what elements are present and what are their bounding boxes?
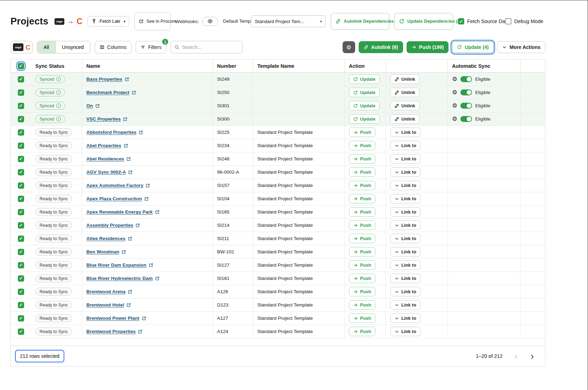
row-checkbox[interactable]: ✓: [18, 89, 24, 96]
fetch-latest-data-button[interactable]: Fetch Latest Data: [88, 16, 120, 26]
update-row-button[interactable]: Update: [349, 101, 380, 110]
push-row-button[interactable]: Push: [349, 287, 375, 296]
info-icon[interactable]: i: [56, 77, 61, 81]
project-name-link[interactable]: Apex Plaza Construction: [86, 196, 149, 201]
scope-unsynced-tab[interactable]: Unsynced: [55, 41, 90, 53]
row-checkbox[interactable]: ✓: [18, 156, 24, 162]
webhooks-visibility-button[interactable]: [202, 17, 218, 26]
link-to-row-button[interactable]: Link to: [390, 287, 421, 296]
project-name-link[interactable]: Blue River Dam Expansion: [86, 262, 153, 268]
push-row-button[interactable]: Push: [349, 313, 375, 323]
push-row-button[interactable]: Push: [349, 300, 375, 310]
gear-icon[interactable]: ⚙: [452, 116, 457, 122]
row-checkbox[interactable]: ✓: [18, 182, 24, 189]
settings-gear-button[interactable]: ⚙: [343, 41, 355, 53]
link-to-row-button[interactable]: Link to: [390, 128, 421, 137]
push-row-button[interactable]: Push: [349, 221, 375, 230]
auto-sync-toggle[interactable]: [460, 76, 472, 82]
project-name-link[interactable]: Apex Renewable Energy Park: [86, 209, 160, 215]
debug-mode-checkbox[interactable]: Debug Mode: [505, 18, 543, 24]
project-name-link[interactable]: Abbotsford Properties: [86, 130, 143, 135]
push-row-button[interactable]: Push: [349, 141, 375, 150]
row-checkbox[interactable]: ✓: [18, 236, 24, 242]
push-row-button[interactable]: Push: [349, 274, 375, 283]
gear-icon[interactable]: ⚙: [452, 76, 457, 82]
push-row-button[interactable]: Push: [349, 194, 375, 203]
link-to-row-button[interactable]: Link to: [390, 141, 421, 150]
info-icon[interactable]: i: [56, 117, 61, 121]
autolink-button[interactable]: Autolink (9): [359, 41, 403, 53]
row-checkbox[interactable]: ✓: [18, 143, 24, 149]
info-icon[interactable]: i: [56, 103, 61, 108]
link-to-row-button[interactable]: Link to: [390, 313, 421, 323]
row-checkbox[interactable]: ✓: [18, 249, 24, 255]
gear-icon[interactable]: ⚙: [452, 103, 457, 109]
source-target-toggle[interactable]: sage C: [10, 41, 33, 53]
project-name-link[interactable]: Brentwood Hotel: [86, 302, 131, 308]
link-to-row-button[interactable]: Link to: [390, 194, 421, 203]
link-to-row-button[interactable]: Link to: [390, 167, 421, 177]
select-all-checkbox[interactable]: ✓: [18, 63, 24, 69]
fetch-latest-dropdown-button[interactable]: ▾: [120, 16, 129, 26]
project-name-link[interactable]: Atlee Residences: [86, 236, 132, 241]
previous-page-button[interactable]: ‹: [513, 352, 519, 361]
link-to-row-button[interactable]: Link to: [390, 221, 421, 230]
link-to-row-button[interactable]: Link to: [390, 207, 421, 217]
more-actions-button[interactable]: More Actions: [497, 41, 545, 53]
row-checkbox[interactable]: ✓: [18, 275, 24, 282]
next-page-button[interactable]: ›: [529, 352, 535, 361]
row-checkbox[interactable]: ✓: [18, 103, 24, 109]
update-dependencies-button[interactable]: Update Dependencies (4): [394, 13, 453, 30]
scope-all-tab[interactable]: All: [37, 41, 56, 53]
project-name-link[interactable]: VSC Properties: [86, 116, 128, 122]
auto-sync-toggle[interactable]: [460, 116, 472, 122]
row-checkbox[interactable]: ✓: [18, 315, 24, 322]
filters-button[interactable]: Filters 1: [136, 41, 166, 53]
link-to-row-button[interactable]: Link to: [390, 234, 421, 243]
project-name-link[interactable]: Ben Woodman: [86, 249, 126, 254]
push-button[interactable]: Push (199): [407, 41, 449, 53]
unlink-row-button[interactable]: Unlink: [390, 74, 420, 84]
link-to-row-button[interactable]: Link to: [390, 327, 421, 336]
default-template-select[interactable]: Standard Project Tem... ▾: [251, 15, 326, 27]
row-checkbox[interactable]: ✓: [18, 196, 24, 202]
row-checkbox[interactable]: ✓: [18, 76, 24, 82]
update-row-button[interactable]: Update: [349, 74, 380, 84]
fetch-source-data-checkbox[interactable]: ✓ Fetch Source Data: [458, 18, 500, 24]
project-name-link[interactable]: Abel Residences: [86, 156, 131, 161]
row-checkbox[interactable]: ✓: [18, 129, 24, 136]
row-checkbox[interactable]: ✓: [18, 116, 24, 122]
project-name-link[interactable]: Brentwood Arena: [86, 289, 132, 294]
push-row-button[interactable]: Push: [349, 327, 375, 336]
row-checkbox[interactable]: ✓: [18, 302, 24, 308]
update-button[interactable]: Update (4): [452, 41, 493, 53]
row-checkbox[interactable]: ✓: [18, 209, 24, 215]
project-name-link[interactable]: AGV Sync 0002-A: [86, 169, 133, 175]
project-name-link[interactable]: Apex Automotive Factory: [86, 183, 150, 188]
unlink-row-button[interactable]: Unlink: [390, 101, 420, 110]
auto-sync-toggle[interactable]: [460, 103, 472, 109]
update-row-button[interactable]: Update: [349, 114, 380, 124]
link-to-row-button[interactable]: Link to: [390, 154, 421, 164]
push-row-button[interactable]: Push: [349, 167, 375, 177]
update-row-button[interactable]: Update: [349, 88, 380, 97]
push-row-button[interactable]: Push: [349, 234, 375, 243]
project-name-link[interactable]: Brentwood Power Plant: [86, 316, 146, 321]
push-row-button[interactable]: Push: [349, 260, 375, 270]
project-name-link[interactable]: Assembly Properties: [86, 223, 140, 228]
link-to-row-button[interactable]: Link to: [390, 181, 421, 190]
rows-selected-indicator[interactable]: 212 rows selected: [15, 350, 64, 362]
project-name-link[interactable]: Benchmark Project: [86, 90, 136, 95]
columns-button[interactable]: Columns: [95, 41, 131, 53]
push-row-button[interactable]: Push: [349, 181, 375, 190]
row-checkbox[interactable]: ✓: [18, 328, 24, 335]
project-name-link[interactable]: Brentwood Properties: [86, 329, 143, 334]
row-checkbox[interactable]: ✓: [18, 289, 24, 295]
see-in-procore-button[interactable]: See in Procore: [134, 12, 171, 30]
row-checkbox[interactable]: ✓: [18, 262, 24, 268]
project-name-link[interactable]: Blue River Hydroelectric Dam: [86, 276, 160, 281]
info-icon[interactable]: i: [56, 90, 61, 95]
row-checkbox[interactable]: ✓: [18, 222, 24, 229]
link-to-row-button[interactable]: Link to: [390, 274, 421, 283]
search-input[interactable]: [182, 44, 235, 50]
